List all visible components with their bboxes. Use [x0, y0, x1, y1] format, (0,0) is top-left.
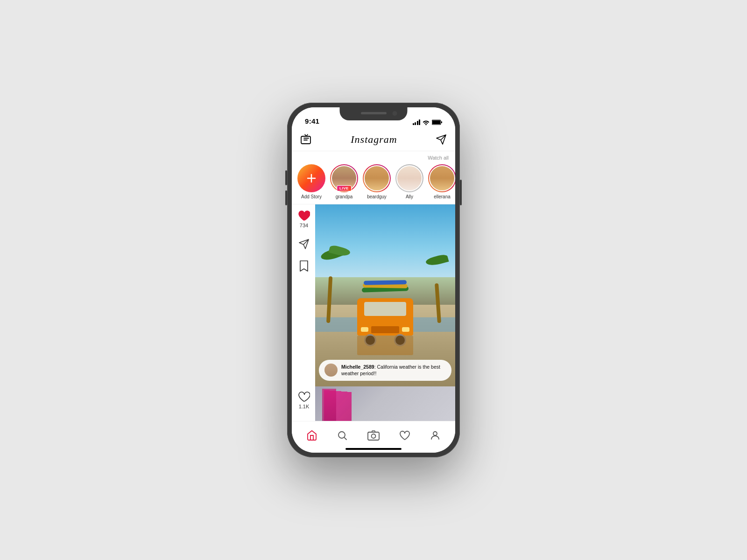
story-ring-grandpa: LIVE	[330, 164, 358, 192]
story-label-add: Add Story	[301, 194, 322, 199]
story-item-ally[interactable]: Ally	[395, 164, 423, 199]
add-story-circle	[297, 164, 325, 192]
story-label-ellerana: ellerana	[434, 194, 451, 199]
home-indicator	[345, 448, 402, 450]
like-button[interactable]: 734	[298, 210, 310, 228]
wifi-icon	[423, 119, 430, 125]
post-image: Michelle_2589: California weather is the…	[315, 204, 455, 386]
post-2: 1.1K	[292, 386, 455, 421]
story-ring-ellerana	[428, 164, 455, 192]
post2-image	[315, 386, 455, 421]
nav-search[interactable]	[333, 427, 352, 444]
stories-section: Watch all Add Story LIVE	[292, 151, 455, 204]
story-ring-beardguy	[363, 164, 391, 192]
phone-device: 9:41	[287, 103, 460, 457]
notch	[340, 107, 408, 120]
story-item-ellerana[interactable]: ellerana	[428, 164, 455, 199]
share-button[interactable]	[298, 238, 310, 250]
volume-down-button[interactable]	[285, 190, 287, 205]
nav-activity[interactable]	[395, 427, 414, 444]
status-icons	[413, 119, 443, 125]
comment-text: Michelle_2589: California weather is the…	[341, 364, 446, 377]
battery-icon	[432, 119, 442, 125]
svg-point-6	[371, 434, 375, 438]
power-button[interactable]	[460, 180, 462, 205]
story-label-grandpa: grandpa	[336, 194, 353, 199]
story-item-beardguy[interactable]: beardguy	[363, 164, 391, 199]
svg-rect-2	[441, 121, 442, 123]
story-label-ally: Ally	[406, 194, 413, 199]
story-item-add[interactable]: Add Story	[297, 164, 325, 199]
story-label-beardguy: beardguy	[367, 194, 387, 199]
feed: 734	[292, 204, 455, 421]
notch-camera	[393, 111, 397, 116]
like-count: 734	[300, 223, 308, 228]
igtv-button[interactable]	[300, 133, 312, 146]
status-time: 9:41	[305, 117, 319, 125]
save-button[interactable]	[299, 260, 309, 272]
notch-speaker	[361, 112, 387, 114]
nav-profile[interactable]	[426, 427, 444, 444]
svg-point-7	[433, 432, 437, 435]
phone-screen: 9:41	[292, 107, 455, 453]
story-ring-ally	[395, 164, 423, 192]
post-1: 734	[292, 204, 455, 386]
volume-up-button[interactable]	[285, 170, 287, 185]
signal-icon	[413, 119, 421, 125]
app-header: Instagram	[292, 128, 455, 151]
nav-home[interactable]	[303, 427, 321, 444]
post-actions-left: 734	[292, 204, 316, 272]
stories-row: Add Story LIVE grandpa beardguy	[292, 162, 455, 204]
svg-point-4	[338, 432, 345, 438]
svg-rect-1	[432, 120, 440, 124]
watch-all-label[interactable]: Watch all	[292, 155, 455, 161]
svg-rect-5	[368, 432, 379, 440]
comment-overlay: Michelle_2589: California weather is the…	[319, 360, 451, 381]
like-count-2: 1.1K	[299, 404, 310, 409]
like-button-2[interactable]: 1.1K	[298, 391, 310, 409]
post2-actions: 1.1K	[292, 386, 316, 409]
nav-camera[interactable]	[364, 427, 383, 444]
bottom-nav	[292, 421, 455, 453]
story-item-grandpa[interactable]: LIVE grandpa	[330, 164, 358, 199]
commenter-avatar	[324, 364, 338, 377]
dm-button[interactable]	[436, 134, 447, 145]
live-badge: LIVE	[337, 185, 352, 191]
app-logo: Instagram	[351, 133, 397, 146]
status-bar: 9:41	[292, 107, 455, 128]
